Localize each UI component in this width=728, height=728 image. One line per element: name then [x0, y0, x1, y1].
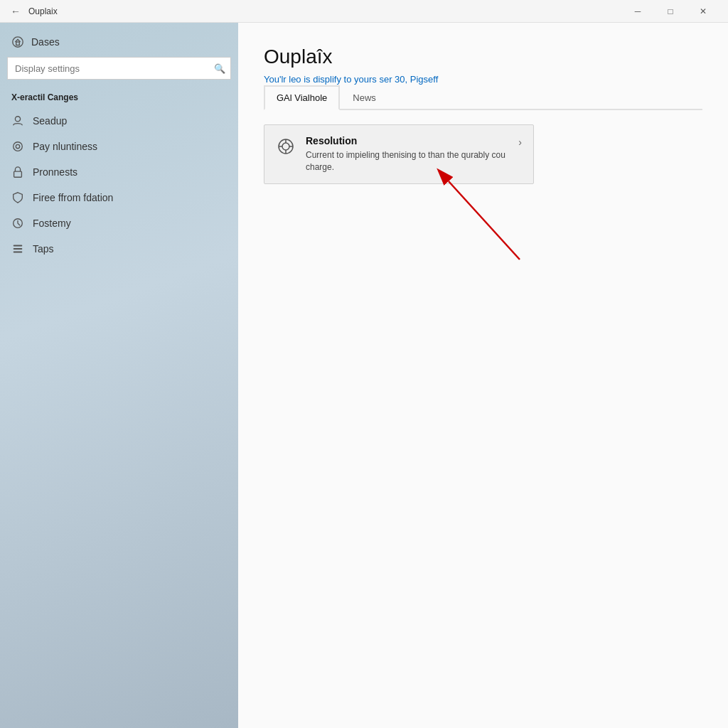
- svg-point-4: [16, 144, 19, 148]
- sidebar-item-fostemy[interactable]: Fostemy: [0, 210, 238, 236]
- title-bar: ← Ouplaix ─ □ ✕: [0, 0, 728, 23]
- sidebar-item-pay-nluntiness[interactable]: Pay nluntiness: [0, 134, 238, 159]
- minimize-button[interactable]: ─: [621, 0, 654, 23]
- resolution-card[interactable]: Resolution Current to impieling thenisin…: [264, 124, 534, 184]
- close-button[interactable]: ✕: [687, 0, 719, 23]
- search-input[interactable]: [7, 57, 231, 80]
- sidebar-section-header: X-eractil Canges: [0, 90, 238, 108]
- sidebar-item-label-firee: Firee ffrom fdation: [33, 192, 113, 203]
- sidebar-item-label-seadup: Seadup: [33, 115, 67, 127]
- page-subtitle[interactable]: You'lr leo is displify to yours ser 30, …: [264, 74, 438, 85]
- shield-icon: [11, 191, 24, 204]
- card-chevron-icon: ›: [518, 136, 522, 148]
- title-bar-title: Ouplaix: [28, 6, 58, 16]
- svg-point-3: [14, 142, 23, 151]
- sidebar-item-label-pay: Pay nluntiness: [33, 141, 97, 152]
- svg-point-11: [282, 143, 289, 150]
- sidebar: Dases 🔍 X-eractil Canges: [0, 23, 238, 728]
- tab-news[interactable]: News: [340, 85, 389, 110]
- search-icon: 🔍: [214, 63, 225, 74]
- window-controls: ─ □ ✕: [621, 0, 719, 23]
- circle-icon: [11, 140, 24, 153]
- menu-icon: [11, 242, 24, 255]
- maximize-button[interactable]: □: [654, 0, 687, 23]
- card-container: Resolution Current to impieling thenisin…: [264, 124, 534, 184]
- svg-rect-1: [16, 42, 20, 46]
- clock-icon: [11, 217, 24, 230]
- sidebar-item-firee[interactable]: Firee ffrom fdation: [0, 185, 238, 210]
- sidebar-item-label-taps: Taps: [33, 243, 54, 255]
- lock-icon: [11, 166, 24, 178]
- sidebar-item-taps[interactable]: Taps: [0, 236, 238, 262]
- home-icon: [11, 36, 24, 48]
- main-content: Dases 🔍 X-eractil Canges: [0, 23, 728, 728]
- back-button[interactable]: ←: [9, 4, 23, 18]
- display-icon: [276, 136, 296, 156]
- sidebar-home-label: Dases: [31, 36, 60, 48]
- sidebar-item-label-pronnests: Pronnests: [33, 166, 77, 178]
- svg-rect-5: [14, 171, 22, 177]
- svg-rect-7: [14, 245, 23, 247]
- app-window: ← Ouplaix ─ □ ✕: [0, 0, 728, 728]
- svg-rect-9: [14, 252, 23, 253]
- svg-rect-8: [14, 248, 23, 250]
- card-content: Resolution Current to impieling thenisin…: [306, 135, 508, 173]
- card-title: Resolution: [306, 135, 508, 146]
- sidebar-item-pronnests[interactable]: Pronnests: [0, 159, 238, 185]
- content-area: Ouplaîx You'lr leo is displify to yours …: [238, 23, 728, 728]
- tabs-container: GAl Vialhole News: [264, 85, 702, 110]
- sidebar-search: 🔍: [7, 57, 231, 80]
- card-description: Current to impieling thenising to than t…: [306, 149, 508, 173]
- sidebar-item-seadup[interactable]: Seadup: [0, 108, 238, 134]
- sidebar-inner: Dases 🔍 X-eractil Canges: [0, 23, 238, 728]
- tab-gal-vialhole[interactable]: GAl Vialhole: [264, 85, 340, 110]
- user-icon: [11, 114, 24, 127]
- sidebar-item-label-fostemy: Fostemy: [33, 218, 71, 229]
- sidebar-item-home[interactable]: Dases: [0, 23, 238, 57]
- svg-point-2: [15, 117, 20, 122]
- page-title: Ouplaîx: [264, 46, 702, 68]
